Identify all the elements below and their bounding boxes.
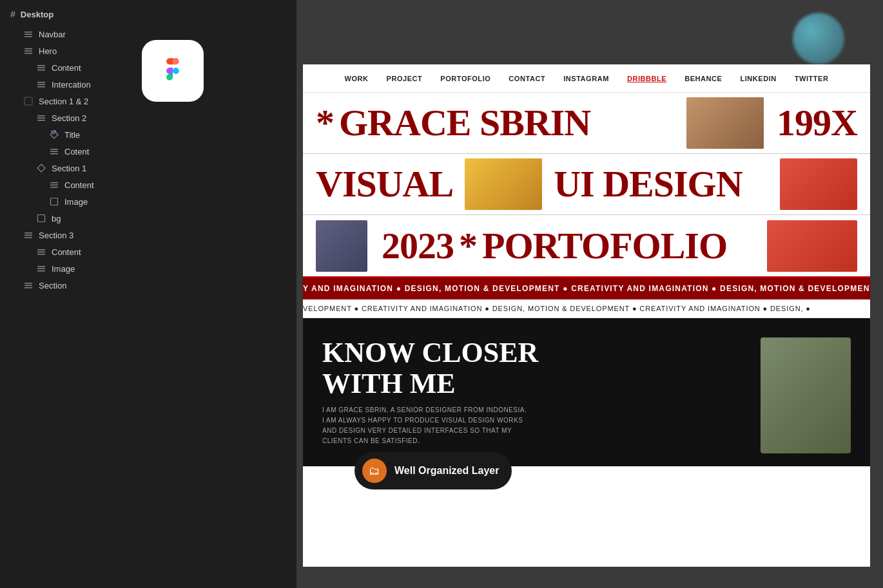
layer-item-title[interactable]: Title xyxy=(0,126,296,143)
marquee-text-2: VELOPMENT ● CREATIVITY AND IMAGINATION ●… xyxy=(303,305,811,312)
preview-hero: * GRACE SBRIN 199X VISUAL UI DESIGN xyxy=(303,93,870,278)
layer-label: Hero xyxy=(39,46,57,56)
desktop-frame-label[interactable]: Desktop xyxy=(21,10,53,19)
layer-item-section2[interactable]: Section 2 xyxy=(0,109,296,126)
hero-image-2 xyxy=(465,158,542,210)
svg-rect-32 xyxy=(37,266,45,267)
nav-dribbble[interactable]: DRIBBBLE xyxy=(627,75,666,82)
hero-row-3: 2023 * PORTOFOLIO xyxy=(303,215,870,276)
hero-2023: 2023 * PORTOFOLIO xyxy=(382,227,727,265)
hero-visual: VISUAL xyxy=(316,166,453,203)
marquee-band-2: VELOPMENT ● CREATIVITY AND IMAGINATION ●… xyxy=(303,299,870,318)
tooltip-label: Well Organized Layer xyxy=(394,465,499,477)
svg-rect-26 xyxy=(24,232,32,234)
component-icon xyxy=(36,163,46,173)
svg-rect-5 xyxy=(24,53,32,54)
layer-item-section1[interactable]: Section 1 xyxy=(0,160,296,176)
hash-icon: # xyxy=(10,9,15,19)
svg-rect-37 xyxy=(24,287,32,289)
layer-label: Cotent xyxy=(64,147,89,156)
hero-image-4 xyxy=(316,220,367,272)
layer-item-section1-image[interactable]: Image xyxy=(0,193,296,210)
rect-icon xyxy=(49,196,59,207)
tooltip-icon: 🗂 xyxy=(362,459,387,483)
bars-icon xyxy=(49,146,59,156)
svg-rect-14 xyxy=(37,118,45,119)
svg-rect-8 xyxy=(37,70,45,71)
bars-icon xyxy=(36,263,46,274)
nav-contact[interactable]: CONTACT xyxy=(509,75,545,82)
layer-item-bg[interactable]: bg xyxy=(0,210,296,227)
nav-twitter[interactable]: TWITTER xyxy=(795,75,829,82)
nav-project[interactable]: PROJECT xyxy=(387,75,423,82)
teal-bubble-decoration xyxy=(793,13,844,64)
svg-rect-28 xyxy=(24,237,32,238)
marquee-band-1: Y AND IMAGINATION ● DESIGN, MOTION & DEV… xyxy=(303,278,870,299)
svg-rect-24 xyxy=(51,198,58,205)
know-closer-title-line2: WITH ME xyxy=(322,368,748,399)
bars-icon xyxy=(23,280,34,290)
svg-rect-18 xyxy=(50,149,58,150)
canvas-area: WORK PROJECT PORTOFOLIO CONTACT INSTAGRA… xyxy=(296,0,883,588)
bars-icon xyxy=(23,230,34,240)
layer-label: Navbar xyxy=(39,30,66,39)
hero-uidesign-text: UI DESIGN xyxy=(554,166,742,203)
nav-instagram[interactable]: INSTAGRAM xyxy=(563,75,609,82)
hero-image-5 xyxy=(767,220,857,272)
nav-behance[interactable]: BEHANCE xyxy=(684,75,722,82)
svg-rect-13 xyxy=(37,115,45,117)
bars-icon xyxy=(36,62,46,73)
bars-icon xyxy=(23,46,34,56)
layer-item-cotent[interactable]: Cotent xyxy=(0,143,296,160)
layer-item-section3[interactable]: Section 3 xyxy=(0,227,296,243)
know-closer-description: I AM GRACE SBRIN, A SENIOR DESIGNER FROM… xyxy=(322,405,529,446)
component-icon xyxy=(49,129,59,140)
layer-label: Image xyxy=(52,264,75,274)
layer-label: Section 1 xyxy=(52,164,86,173)
svg-rect-2 xyxy=(24,36,32,37)
layer-item-section3-content[interactable]: Content xyxy=(0,243,296,260)
design-preview: WORK PROJECT PORTOFOLIO CONTACT INSTAGRA… xyxy=(303,64,870,567)
layer-item-section1-content[interactable]: Content xyxy=(0,176,296,193)
bars-icon xyxy=(49,180,59,190)
layer-item-navbar[interactable]: Navbar xyxy=(0,26,296,43)
svg-rect-10 xyxy=(37,84,45,86)
hero-asterisk-1: * xyxy=(316,104,334,142)
svg-rect-23 xyxy=(50,187,58,188)
layer-label: Section 1 & 2 xyxy=(39,97,88,106)
svg-rect-15 xyxy=(37,120,45,121)
layer-label: Content xyxy=(52,247,81,257)
svg-rect-29 xyxy=(37,249,45,251)
left-panel: # Desktop Navbar Hero Content xyxy=(0,0,296,588)
svg-rect-36 xyxy=(24,285,32,287)
svg-rect-30 xyxy=(37,252,45,253)
svg-rect-0 xyxy=(24,32,32,33)
nav-work[interactable]: WORK xyxy=(344,75,368,82)
hero-199x: 199X xyxy=(777,104,857,142)
svg-rect-12 xyxy=(24,97,32,105)
bars-icon xyxy=(36,79,46,90)
svg-rect-33 xyxy=(37,269,45,270)
svg-rect-3 xyxy=(24,48,32,50)
bars-icon xyxy=(23,29,34,39)
preview-navbar: WORK PROJECT PORTOFOLIO CONTACT INSTAGRA… xyxy=(303,64,870,93)
figma-icon xyxy=(142,40,204,102)
svg-rect-31 xyxy=(37,254,45,255)
svg-rect-27 xyxy=(24,235,32,236)
layer-item-section-bottom[interactable]: Section xyxy=(0,277,296,294)
know-closer-section: KNOW CLOSER WITH ME I AM GRACE SBRIN, A … xyxy=(303,318,870,466)
rect-icon xyxy=(36,213,46,223)
nav-portfolio[interactable]: PORTOFOLIO xyxy=(440,75,490,82)
svg-rect-1 xyxy=(24,34,32,35)
nav-linkedin[interactable]: LINKEDIN xyxy=(740,75,776,82)
svg-rect-35 xyxy=(24,283,32,284)
layer-item-section3-image[interactable]: Image xyxy=(0,260,296,277)
svg-rect-9 xyxy=(37,82,45,83)
svg-rect-20 xyxy=(50,153,58,155)
tooltip-badge: 🗂 Well Organized Layer xyxy=(354,452,512,489)
hero-suffix: 199X xyxy=(777,104,857,142)
know-closer-image xyxy=(761,337,851,453)
section-icon xyxy=(23,96,34,106)
layer-label: Section xyxy=(39,281,66,290)
layer-label: Intercation xyxy=(52,80,91,90)
